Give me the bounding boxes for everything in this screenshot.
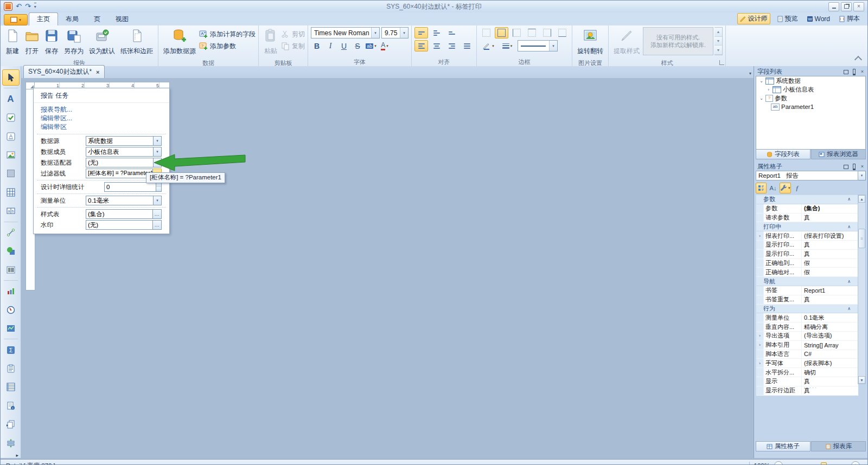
highlight-color-button[interactable]: ab ▾ [365, 41, 377, 51]
tab-preview[interactable]: 预览 [775, 14, 800, 24]
shape-tool[interactable] [2, 243, 20, 259]
panel-tool[interactable] [2, 165, 20, 182]
scroll-thumb[interactable]: ≡ [858, 229, 865, 248]
open-button[interactable]: 打开 [23, 27, 41, 57]
dataadapter-combo[interactable]: (无)▾ [86, 158, 162, 167]
richtext-tool[interactable]: A [2, 128, 20, 144]
property-row[interactable]: ›报表打印...(报表打印设置) [756, 231, 858, 241]
table-of-contents-tool[interactable] [2, 379, 20, 395]
scroll-up-icon[interactable]: ▲ [858, 195, 865, 203]
align-center-button[interactable] [430, 40, 443, 51]
property-row[interactable]: 显示打印...真 [756, 250, 858, 259]
clipboard-tool[interactable] [2, 360, 20, 377]
border-all-button[interactable] [495, 27, 508, 38]
collapse-icon[interactable]: ⌄ [759, 96, 764, 101]
zoom-out-button[interactable]: − [774, 461, 783, 465]
report-navigation-link[interactable]: 报表导航... [41, 105, 169, 114]
font-size-combo[interactable]: 9.75 ▾ [381, 27, 409, 38]
border-top-button[interactable] [525, 27, 539, 38]
page-info-tool[interactable]: i [2, 398, 20, 414]
property-category[interactable]: 行为∧ [756, 305, 858, 314]
cross-tab-tool[interactable]: ab [2, 203, 20, 219]
close-tab-icon[interactable]: × [96, 69, 99, 75]
pin-icon[interactable] [851, 164, 857, 170]
tab-view[interactable]: 视图 [108, 13, 136, 25]
extract-style-button[interactable]: 提取样式 [611, 27, 642, 57]
tab-report-library[interactable]: 报表库 [811, 441, 866, 451]
sparkline-tool[interactable] [2, 320, 20, 337]
new-button[interactable]: 新建 [3, 27, 22, 57]
chevron-down-icon[interactable]: ▾ [154, 196, 162, 205]
categorized-view-button[interactable] [756, 183, 767, 193]
sort-az-button[interactable]: A↓ [768, 183, 778, 193]
border-left-button[interactable] [510, 27, 524, 38]
zoom-in-button[interactable]: + [851, 461, 860, 465]
datasource-combo[interactable]: 系统数据▾ [86, 136, 162, 146]
scroll-down-icon[interactable]: ▼ [858, 376, 865, 384]
align-right-button[interactable] [445, 40, 458, 51]
tab-home[interactable]: 主页 [29, 12, 58, 25]
pin-icon[interactable] [851, 69, 857, 75]
align-justify-button[interactable] [460, 40, 474, 51]
object-selector[interactable]: Report1 报告 ▾ [756, 171, 866, 180]
border-none-button[interactable] [480, 27, 493, 38]
ellipsis-button[interactable]: … [153, 209, 162, 219]
close-panel-icon[interactable]: × [859, 69, 865, 75]
tab-list-dropdown-icon[interactable]: ▾ [749, 71, 751, 76]
tree-item-table[interactable]: › 小板信息表 [756, 85, 865, 94]
property-grid-scrollbar[interactable]: ▲ ≡ ▼ [858, 195, 866, 384]
align-bottom-button[interactable] [445, 27, 458, 38]
cut-button[interactable]: 剪切 [281, 29, 305, 39]
datamember-combo[interactable]: 小板信息表▾ [86, 147, 162, 157]
paste-button[interactable]: 粘贴 [261, 27, 280, 57]
property-row[interactable]: 参数(集合) [756, 204, 858, 214]
events-button[interactable]: ƒ [792, 183, 803, 193]
copy-button[interactable]: 复制 [281, 41, 305, 51]
chevron-down-icon[interactable]: ▾ [400, 28, 408, 38]
property-row[interactable]: 请求参数真 [756, 214, 858, 223]
edit-bands-link2[interactable]: 编辑带区 [41, 122, 169, 131]
tab-field-list[interactable]: 字段列表 [756, 149, 810, 159]
collapse-icon[interactable]: ⌄ [759, 79, 764, 83]
border-bottom-button[interactable] [556, 27, 569, 38]
property-category[interactable]: 打印中∧ [756, 222, 858, 231]
tab-word[interactable]: W Word [805, 15, 832, 23]
line-tool[interactable] [2, 224, 20, 241]
expand-icon[interactable]: › [766, 87, 771, 92]
property-row[interactable]: ›导出选项(导出选项) [756, 332, 858, 341]
property-category[interactable]: 导航∧ [756, 277, 858, 286]
align-middle-button[interactable] [430, 27, 443, 38]
font-name-combo[interactable]: Times New Roman ▾ [311, 27, 380, 38]
gallery-up-icon[interactable]: ▲ [714, 28, 722, 37]
set-default-button[interactable]: 设为默认 [87, 27, 117, 57]
restore-button[interactable] [841, 2, 852, 11]
property-row[interactable]: 书签Report1 [756, 286, 858, 295]
ellipsis-button[interactable]: … [153, 220, 162, 230]
paper-margins-button[interactable]: 纸张和边距 [118, 27, 155, 57]
subreport-tool[interactable] [2, 416, 20, 432]
property-row[interactable]: 脚本语言C# [756, 350, 858, 359]
tab-script[interactable]: 脚本 [837, 14, 862, 24]
design-canvas[interactable]: 12345 报告 任务 报表导航... 编辑带区... 编辑带区 数据源 系统数… [21, 78, 754, 458]
chevron-down-icon[interactable]: ▾ [154, 136, 162, 146]
tab-designer[interactable]: 设计师 [737, 13, 770, 24]
detail-count-spinner[interactable]: 0 [104, 182, 162, 192]
gauge-tool[interactable] [2, 301, 20, 318]
align-left-button[interactable] [414, 40, 428, 51]
gallery-more-icon[interactable]: ▼ [714, 46, 722, 55]
property-category[interactable]: 参数∧ [756, 195, 858, 204]
float-panel-icon[interactable] [843, 164, 849, 170]
select-tool[interactable] [2, 69, 20, 86]
underline-button[interactable]: U [338, 41, 350, 51]
measure-units-combo[interactable]: 0.1毫米▾ [86, 196, 162, 205]
property-row[interactable]: ›脚本引用String[] Array [756, 341, 858, 350]
italic-button[interactable]: I [324, 41, 336, 51]
property-row[interactable]: 测量单位0.1毫米 [756, 313, 858, 322]
border-color-button[interactable]: ▾ [480, 40, 497, 51]
tab-property-grid[interactable]: 属性格子 [756, 441, 810, 451]
total-tool[interactable]: Σ [2, 341, 20, 358]
table-tool[interactable] [2, 184, 20, 201]
line-style-combo[interactable]: ▾ [518, 40, 558, 51]
picture-tool[interactable] [2, 147, 20, 163]
property-row[interactable]: 正确地到...假 [756, 259, 858, 268]
